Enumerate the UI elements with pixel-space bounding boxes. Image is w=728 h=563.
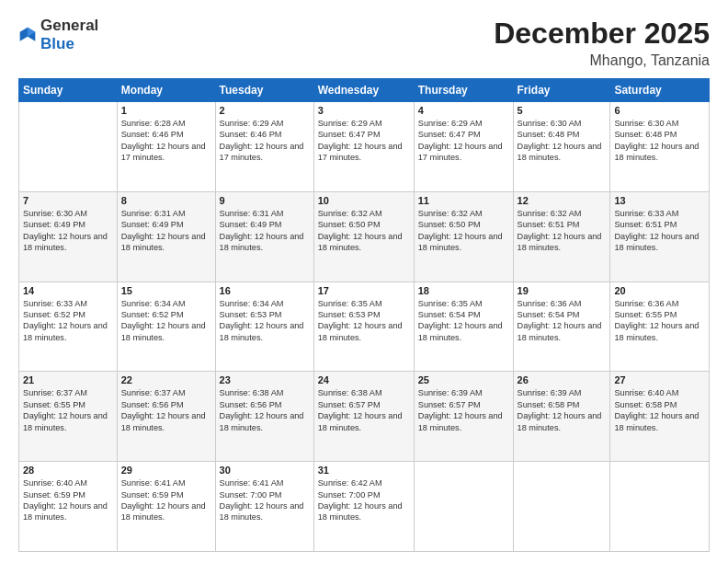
daylight-text: Daylight: 12 hours and 18 minutes.: [518, 321, 602, 341]
sunset-text: Sunset: 6:57 PM: [318, 400, 381, 409]
table-row: 11Sunrise: 6:32 AMSunset: 6:50 PMDayligh…: [414, 191, 513, 282]
day-info: Sunrise: 6:32 AMSunset: 6:50 PMDaylight:…: [318, 208, 410, 254]
day-number: 9: [220, 195, 310, 206]
day-info: Sunrise: 6:29 AMSunset: 6:47 PMDaylight:…: [418, 118, 509, 164]
day-info: Sunrise: 6:36 AMSunset: 6:54 PMDaylight:…: [518, 298, 607, 344]
daylight-text: Daylight: 12 hours and 17 minutes.: [418, 142, 503, 162]
sunrise-text: Sunrise: 6:30 AM: [614, 119, 678, 128]
sunset-text: Sunset: 6:49 PM: [220, 220, 282, 229]
col-saturday: Saturday: [610, 79, 710, 102]
daylight-text: Daylight: 12 hours and 18 minutes.: [23, 232, 108, 252]
sunset-text: Sunset: 6:50 PM: [318, 220, 381, 229]
sunrise-text: Sunrise: 6:40 AM: [614, 388, 678, 397]
sunrise-text: Sunrise: 6:29 AM: [220, 119, 284, 128]
sunrise-text: Sunrise: 6:37 AM: [23, 388, 87, 397]
table-row: 29Sunrise: 6:41 AMSunset: 6:59 PMDayligh…: [117, 462, 215, 552]
day-info: Sunrise: 6:37 AMSunset: 6:56 PMDaylight:…: [121, 387, 211, 433]
sunrise-text: Sunrise: 6:41 AM: [220, 478, 284, 488]
daylight-text: Daylight: 12 hours and 18 minutes.: [518, 142, 602, 162]
day-info: Sunrise: 6:28 AMSunset: 6:46 PMDaylight:…: [121, 118, 211, 164]
col-thursday: Thursday: [414, 79, 513, 102]
table-row: 24Sunrise: 6:38 AMSunset: 6:57 PMDayligh…: [313, 372, 414, 462]
day-info: Sunrise: 6:33 AMSunset: 6:51 PMDaylight:…: [614, 208, 705, 254]
sunrise-text: Sunrise: 6:29 AM: [318, 119, 382, 128]
day-info: Sunrise: 6:29 AMSunset: 6:47 PMDaylight:…: [318, 118, 410, 164]
daylight-text: Daylight: 12 hours and 18 minutes.: [220, 321, 304, 341]
sunset-text: Sunset: 6:48 PM: [614, 130, 677, 139]
daylight-text: Daylight: 12 hours and 18 minutes.: [318, 411, 403, 431]
table-row: 22Sunrise: 6:37 AMSunset: 6:56 PMDayligh…: [117, 372, 215, 462]
sunset-text: Sunset: 6:47 PM: [418, 130, 481, 139]
table-row: 23Sunrise: 6:38 AMSunset: 6:56 PMDayligh…: [215, 372, 313, 462]
day-info: Sunrise: 6:39 AMSunset: 6:57 PMDaylight:…: [418, 387, 509, 433]
sunset-text: Sunset: 6:59 PM: [121, 490, 184, 500]
day-info: Sunrise: 6:32 AMSunset: 6:50 PMDaylight:…: [418, 208, 509, 254]
col-monday: Monday: [117, 79, 215, 102]
sunrise-text: Sunrise: 6:31 AM: [220, 209, 284, 218]
day-number: 4: [418, 105, 509, 116]
day-info: Sunrise: 6:41 AMSunset: 6:59 PMDaylight:…: [121, 477, 211, 523]
day-number: 26: [518, 374, 607, 385]
sunrise-text: Sunrise: 6:33 AM: [23, 299, 87, 308]
sunrise-text: Sunrise: 6:35 AM: [318, 299, 382, 308]
table-row: 14Sunrise: 6:33 AMSunset: 6:52 PMDayligh…: [19, 282, 118, 372]
sunrise-text: Sunrise: 6:32 AM: [318, 209, 382, 218]
day-number: 2: [220, 105, 310, 116]
day-number: 28: [23, 465, 113, 476]
sunrise-text: Sunrise: 6:30 AM: [23, 209, 87, 218]
day-number: 22: [121, 374, 211, 385]
daylight-text: Daylight: 12 hours and 18 minutes.: [220, 411, 304, 431]
table-row: 12Sunrise: 6:32 AMSunset: 6:51 PMDayligh…: [513, 191, 610, 282]
day-number: 8: [121, 195, 211, 206]
day-number: 6: [614, 105, 705, 116]
sunset-text: Sunset: 6:55 PM: [614, 310, 677, 319]
sunset-text: Sunset: 6:51 PM: [518, 220, 580, 229]
daylight-text: Daylight: 12 hours and 18 minutes.: [418, 411, 503, 431]
day-number: 23: [220, 374, 310, 385]
daylight-text: Daylight: 12 hours and 18 minutes.: [23, 411, 108, 431]
day-number: 3: [318, 105, 410, 116]
sunset-text: Sunset: 6:54 PM: [418, 310, 481, 319]
table-row: 4Sunrise: 6:29 AMSunset: 6:47 PMDaylight…: [414, 102, 513, 192]
sunrise-text: Sunrise: 6:35 AM: [418, 299, 483, 308]
day-info: Sunrise: 6:41 AMSunset: 7:00 PMDaylight:…: [220, 477, 310, 523]
table-row: [513, 462, 610, 552]
day-info: Sunrise: 6:39 AMSunset: 6:58 PMDaylight:…: [518, 387, 607, 433]
daylight-text: Daylight: 12 hours and 17 minutes.: [220, 142, 304, 162]
sunset-text: Sunset: 6:58 PM: [614, 400, 677, 409]
sunrise-text: Sunrise: 6:34 AM: [220, 299, 284, 308]
sunset-text: Sunset: 6:59 PM: [23, 490, 85, 500]
sunrise-text: Sunrise: 6:33 AM: [614, 209, 678, 218]
day-number: 30: [220, 465, 310, 476]
day-number: 7: [23, 195, 113, 206]
day-number: 15: [121, 285, 211, 296]
daylight-text: Daylight: 12 hours and 18 minutes.: [418, 232, 503, 252]
table-row: 8Sunrise: 6:31 AMSunset: 6:49 PMDaylight…: [117, 191, 215, 282]
day-info: Sunrise: 6:29 AMSunset: 6:46 PMDaylight:…: [220, 118, 310, 164]
calendar-week-4: 21Sunrise: 6:37 AMSunset: 6:55 PMDayligh…: [19, 372, 710, 462]
sunrise-text: Sunrise: 6:38 AM: [318, 388, 382, 397]
daylight-text: Daylight: 12 hours and 18 minutes.: [121, 501, 206, 522]
day-info: Sunrise: 6:30 AMSunset: 6:48 PMDaylight:…: [518, 118, 607, 164]
table-row: 28Sunrise: 6:40 AMSunset: 6:59 PMDayligh…: [19, 462, 118, 552]
table-row: [19, 102, 118, 192]
table-row: 31Sunrise: 6:42 AMSunset: 7:00 PMDayligh…: [313, 462, 414, 552]
logo: General Blue: [18, 17, 98, 53]
sunset-text: Sunset: 6:55 PM: [23, 400, 85, 409]
title-area: December 2025 Mhango, Tanzania: [494, 17, 710, 69]
day-number: 24: [318, 374, 410, 385]
day-info: Sunrise: 6:33 AMSunset: 6:52 PMDaylight:…: [23, 298, 113, 344]
table-row: 2Sunrise: 6:29 AMSunset: 6:46 PMDaylight…: [215, 102, 313, 192]
day-number: 10: [318, 195, 410, 206]
calendar-week-3: 14Sunrise: 6:33 AMSunset: 6:52 PMDayligh…: [19, 282, 710, 372]
calendar-week-5: 28Sunrise: 6:40 AMSunset: 6:59 PMDayligh…: [19, 462, 710, 552]
day-number: 5: [518, 105, 607, 116]
sunset-text: Sunset: 6:56 PM: [220, 400, 282, 409]
day-number: 25: [418, 374, 509, 385]
daylight-text: Daylight: 12 hours and 18 minutes.: [518, 232, 602, 252]
sunset-text: Sunset: 6:58 PM: [518, 400, 580, 409]
sunrise-text: Sunrise: 6:31 AM: [121, 209, 186, 218]
day-number: 12: [518, 195, 607, 206]
sunrise-text: Sunrise: 6:32 AM: [418, 209, 483, 218]
table-row: 15Sunrise: 6:34 AMSunset: 6:52 PMDayligh…: [117, 282, 215, 372]
